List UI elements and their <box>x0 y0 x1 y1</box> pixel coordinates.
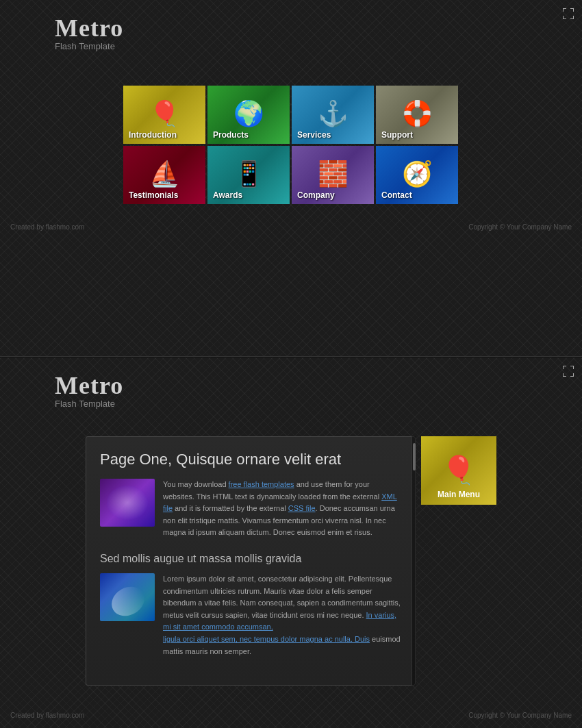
contact-icon: 🧭 <box>402 159 433 188</box>
content-paragraph-2: Lorem ipsum dolor sit amet, consectetur … <box>163 573 401 657</box>
content-panel: Page One, Quisque ornare velit erat You … <box>86 436 416 686</box>
nav-tile-products[interactable]: 🌍 Products <box>207 86 290 144</box>
nav-row-1: 🎈 Introduction 🌍 Products ⚓ Services 🛟 S… <box>123 86 459 144</box>
nav-tile-support[interactable]: 🛟 Support <box>376 86 458 144</box>
products-icon: 🌍 <box>233 99 264 127</box>
section-content: Metro Flash Template Page One, Quisque o… <box>0 357 582 728</box>
testimonials-label: Testimonials <box>129 190 178 200</box>
nav-grid: 🎈 Introduction 🌍 Products ⚓ Services 🛟 S… <box>123 86 459 204</box>
link-flash-templates[interactable]: free flash templates <box>229 480 294 488</box>
link-css-file[interactable]: CSS file <box>288 504 316 512</box>
svg-rect-5 <box>563 16 564 19</box>
fullscreen-button[interactable] <box>561 7 575 21</box>
support-icon: 🛟 <box>402 99 433 127</box>
footer-bar-2: Created by flashmo.com Copyright © Your … <box>0 706 582 725</box>
svg-rect-11 <box>573 366 574 369</box>
footer-bar-1: Created by flashmo.com Copyright © Your … <box>0 218 582 236</box>
content-subheading: Sed mollis augue ut massa mollis gravida <box>100 553 401 565</box>
company-label: Company <box>297 190 335 200</box>
content-panel-wrapper: Page One, Quisque ornare velit erat You … <box>86 436 416 686</box>
footer-right-2: Copyright © Your Company Name <box>468 712 572 719</box>
footer-left-2: Created by flashmo.com <box>10 712 84 719</box>
nav-tile-services[interactable]: ⚓ Services <box>292 86 374 144</box>
fullscreen-button-2[interactable] <box>561 364 575 378</box>
awards-icon: 📱 <box>233 159 264 188</box>
logo-area: Metro Flash Template <box>0 0 582 58</box>
nav-tile-testimonials[interactable]: ⛵ Testimonials <box>123 146 205 204</box>
support-label: Support <box>381 130 413 140</box>
svg-rect-15 <box>573 373 574 377</box>
awards-label: Awards <box>213 190 242 200</box>
svg-rect-7 <box>573 16 574 19</box>
nav-row-2: ⛵ Testimonials 📱 Awards 🧱 Company 🧭 Cont… <box>123 146 459 204</box>
svg-rect-3 <box>573 8 574 12</box>
content-title: Page One, Quisque ornare velit erat <box>100 451 401 468</box>
content-image-2 <box>100 573 155 621</box>
footer-right-1: Copyright © Your Company Name <box>468 223 572 231</box>
svg-rect-13 <box>563 373 564 377</box>
section-menu: Metro Flash Template 🎈 Introduction 🌍 Pr… <box>0 0 582 356</box>
company-icon: 🧱 <box>318 159 349 188</box>
content-block-1: You may download free flash templates an… <box>100 479 401 539</box>
content-paragraph-1: You may download free flash templates an… <box>163 479 401 539</box>
intro-label: Introduction <box>129 130 177 140</box>
scrollbar-track[interactable] <box>412 436 416 686</box>
nav-tile-company[interactable]: 🧱 Company <box>292 146 374 204</box>
side-menu-label: Main Menu <box>438 490 480 499</box>
logo-title: Metro <box>55 14 582 42</box>
scrollbar-thumb <box>413 443 416 470</box>
svg-rect-9 <box>563 366 564 369</box>
logo-subtitle-2: Flash Template <box>55 399 582 409</box>
svg-rect-1 <box>563 8 564 12</box>
services-icon: ⚓ <box>318 99 349 127</box>
logo-subtitle: Flash Template <box>55 41 582 51</box>
link-ligula[interactable]: ligula orci aliquet sem, nec tempus dolo… <box>163 635 370 643</box>
nav-tile-awards[interactable]: 📱 Awards <box>207 146 290 204</box>
intro-icon: 🎈 <box>149 99 180 127</box>
side-menu-icon: 🎈 <box>442 454 476 486</box>
side-menu-tile[interactable]: 🎈 Main Menu <box>421 436 496 505</box>
content-image-1 <box>100 479 155 527</box>
testimonials-icon: ⛵ <box>149 159 180 188</box>
link-varius[interactable]: In varius, mi sit amet commodo accumsan, <box>163 611 396 631</box>
contact-label: Contact <box>381 190 412 200</box>
products-label: Products <box>213 130 249 140</box>
nav-tile-introduction[interactable]: 🎈 Introduction <box>123 86 205 144</box>
services-label: Services <box>297 130 331 140</box>
content-area: Page One, Quisque ornare velit erat You … <box>86 416 496 692</box>
logo-area-2: Metro Flash Template <box>0 357 582 416</box>
logo-title-2: Metro <box>55 371 582 400</box>
nav-tile-contact[interactable]: 🧭 Contact <box>376 146 458 204</box>
footer-left-1: Created by flashmo.com <box>10 223 84 231</box>
content-block-2: Lorem ipsum dolor sit amet, consectetur … <box>100 573 401 657</box>
link-xml-file[interactable]: XML file <box>163 492 397 513</box>
